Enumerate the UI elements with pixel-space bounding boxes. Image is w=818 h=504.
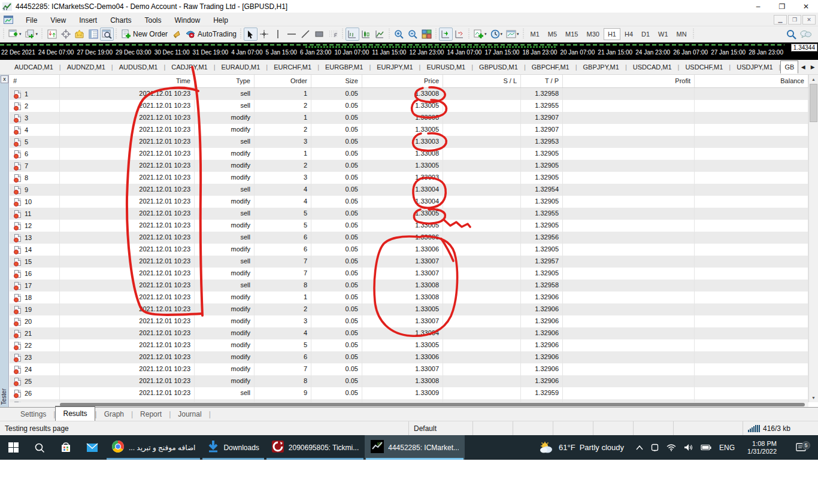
tester-tab-settings[interactable]: Settings	[13, 408, 53, 420]
menu-help[interactable]: Help	[207, 15, 235, 26]
crosshair-window-button[interactable]	[59, 28, 72, 41]
chart-tab-usdjpy[interactable]: USDJPY,M1	[731, 61, 778, 73]
periods-button[interactable]: ▾	[489, 28, 505, 41]
table-row[interactable]: 112021.12.01 10:23sell50.051.330051.3295…	[10, 208, 808, 220]
volume-icon[interactable]	[684, 444, 693, 451]
auto-scroll-button[interactable]	[439, 28, 453, 41]
table-row[interactable]: 262021.12.01 10:23sell90.051.330091.3295…	[10, 387, 808, 399]
zoom-in-button[interactable]	[392, 28, 406, 41]
indicators-button[interactable]: ▾	[472, 28, 489, 41]
tabs-scroll-left-icon[interactable]: ◀	[798, 62, 808, 72]
table-row[interactable]: 122021.12.01 10:23modify50.051.330051.32…	[10, 220, 808, 232]
panel-close-icon[interactable]: x	[1, 75, 8, 83]
chart-tab-audcad[interactable]: AUDCAD,M1	[8, 61, 59, 73]
mdi-restore-icon[interactable]: ❐	[788, 15, 801, 25]
table-row[interactable]: 232021.12.01 10:23modify60.051.330061.32…	[10, 351, 808, 363]
restore-button[interactable]: ❐	[770, 0, 794, 13]
rectangle-tool-button[interactable]	[313, 28, 326, 41]
menu-tools[interactable]: Tools	[138, 15, 168, 26]
table-row[interactable]: 42021.12.01 10:23modify20.051.330051.329…	[10, 124, 808, 136]
taskbar-search-icon[interactable]	[26, 435, 53, 460]
microsoft-store-icon[interactable]	[53, 435, 79, 460]
menu-window[interactable]: Window	[168, 15, 207, 26]
timeframe-w1-button[interactable]: W1	[654, 28, 672, 40]
chart-tab-eurjpy[interactable]: EURJPY,M1	[371, 61, 419, 73]
alerts-button[interactable]	[169, 28, 183, 41]
chart-tab-cadjpy[interactable]: CADJPY,M1	[165, 61, 213, 73]
close-button[interactable]: ✕	[794, 0, 818, 13]
wifi-icon[interactable]	[666, 444, 676, 451]
chart-tab-active-partial[interactable]: GB	[780, 60, 798, 74]
chart-tab-audusd[interactable]: AUDUSD,M1	[113, 61, 164, 73]
tabs-scroll-right-icon[interactable]: ▶	[808, 62, 817, 72]
timeframe-h1-button[interactable]: H1	[604, 28, 620, 40]
tile-windows-button[interactable]	[420, 28, 434, 41]
trendline-button[interactable]	[299, 28, 313, 41]
profiles-button[interactable]: ▾	[23, 28, 40, 41]
weather-widget[interactable]: 61°F Partly cloudy	[533, 435, 630, 460]
menu-view[interactable]: View	[44, 15, 72, 26]
table-row[interactable]: 132021.12.01 10:23sell60.051.330061.3295…	[10, 232, 808, 244]
vertical-line-button[interactable]	[271, 28, 285, 41]
vertical-scrollbar[interactable]: ▲ ▼	[808, 75, 818, 402]
tester-tab-graph[interactable]: Graph	[97, 408, 131, 420]
table-row[interactable]: 22021.12.01 10:23sell20.051.330051.32955	[10, 100, 808, 112]
data-window-button[interactable]	[86, 28, 100, 41]
tray-expand-icon[interactable]	[636, 445, 643, 450]
timeframe-m15-button[interactable]: M15	[561, 28, 582, 40]
text-tool-button[interactable]	[326, 28, 340, 41]
table-row[interactable]: 72021.12.01 10:23modify20.051.330051.329…	[10, 160, 808, 172]
notification-center-icon[interactable]: 5	[789, 443, 812, 452]
timeframe-mn-button[interactable]: MN	[672, 28, 691, 40]
scrollbar-thumb[interactable]	[810, 84, 817, 122]
market-watch-button[interactable]	[45, 28, 59, 41]
table-row[interactable]: 52021.12.01 10:23sell30.051.330031.32953	[10, 136, 808, 148]
scroll-up-icon[interactable]: ▲	[809, 75, 818, 84]
chat-icon[interactable]	[798, 28, 813, 41]
strategy-tester-button[interactable]	[100, 28, 114, 41]
taskbar-app-tickmill[interactable]: 2090695805: Tickmi...	[265, 435, 365, 460]
table-row[interactable]: 212021.12.01 10:23modify40.051.330041.32…	[10, 327, 808, 339]
timeframe-d1-button[interactable]: D1	[637, 28, 654, 40]
chart-tab-usdcad[interactable]: USDCAD,M1	[627, 61, 678, 73]
menu-insert[interactable]: Insert	[72, 15, 104, 26]
mdi-minimize-icon[interactable]: ▁	[774, 15, 787, 25]
menu-charts[interactable]: Charts	[104, 15, 138, 26]
tester-tab-journal[interactable]: Journal	[171, 408, 208, 420]
chart-tab-gbpchf[interactable]: GBPCHF,M1	[526, 61, 575, 73]
chart-tab-gbpusd[interactable]: GBPUSD,M1	[473, 61, 524, 73]
table-row[interactable]: 142021.12.01 10:23modify60.051.330061.32…	[10, 244, 808, 256]
table-row[interactable]: 12021.12.01 10:23sell10.051.330081.32958	[10, 88, 808, 100]
table-row[interactable]: 172021.12.01 10:23sell80.051.330081.3295…	[10, 280, 808, 292]
tester-tab-report[interactable]: Report	[133, 408, 169, 420]
table-row[interactable]: 192021.12.01 10:23modify20.051.330051.32…	[10, 303, 808, 315]
hscrollbar-thumb[interactable]	[60, 403, 805, 406]
mail-icon[interactable]	[79, 435, 105, 460]
menu-file[interactable]: File	[19, 15, 44, 26]
bar-chart-button[interactable]	[346, 28, 359, 41]
table-row[interactable]: 182021.12.01 10:23modify10.051.330081.32…	[10, 292, 808, 303]
timeframe-m1-button[interactable]: M1	[526, 28, 544, 40]
chart-tab-eurgbp[interactable]: EURGBP,M1	[319, 61, 369, 73]
table-row[interactable]: 152021.12.01 10:23sell70.051.330071.3295…	[10, 256, 808, 268]
mdi-close-icon[interactable]: ✕	[802, 15, 816, 25]
timeframe-m5-button[interactable]: M5	[544, 28, 561, 40]
table-row[interactable]: 222021.12.01 10:23modify50.051.330051.32…	[10, 339, 808, 351]
chart-shift-button[interactable]	[453, 28, 466, 41]
tester-tab-results[interactable]: Results	[55, 406, 95, 421]
minimize-button[interactable]: –	[746, 0, 770, 13]
table-row[interactable]: 202021.12.01 10:23modify30.051.330071.32…	[10, 315, 808, 327]
favorites-button[interactable]	[72, 28, 86, 41]
autotrading-button[interactable]: AutoTrading	[183, 28, 238, 41]
new-order-button[interactable]: New Order	[119, 28, 169, 41]
timeframe-h4-button[interactable]: H4	[620, 28, 637, 40]
clock[interactable]: 1:08 PM 1/31/2022	[743, 440, 781, 456]
tray-device-icon[interactable]	[651, 444, 659, 451]
table-row[interactable]: 162021.12.01 10:23modify70.051.330071.32…	[10, 268, 808, 280]
templates-button[interactable]: ▾	[504, 28, 521, 41]
table-row[interactable]: 32021.12.01 10:23modify10.051.330081.329…	[10, 112, 808, 124]
timeframe-m30-button[interactable]: M30	[583, 28, 604, 40]
search-icon[interactable]	[784, 28, 798, 41]
start-button[interactable]	[0, 435, 26, 460]
candlestick-chart-button[interactable]	[359, 28, 373, 41]
